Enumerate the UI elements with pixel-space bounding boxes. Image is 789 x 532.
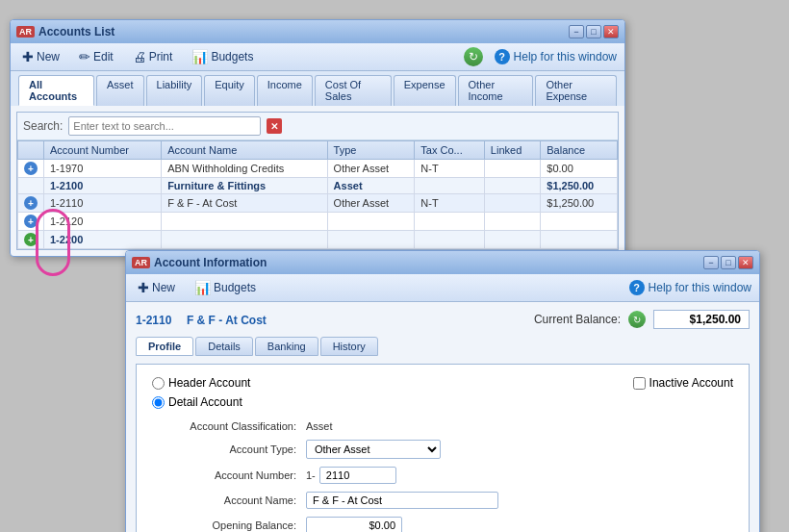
search-input[interactable]: [68, 116, 261, 136]
maximize-button-info[interactable]: □: [721, 256, 736, 269]
row-expand-icon[interactable]: +: [24, 215, 38, 228]
table-row[interactable]: 1-2100 Furniture & Fittings Asset $1,250…: [18, 178, 618, 194]
account-name-input[interactable]: [306, 492, 498, 509]
budgets-button-info[interactable]: 📊 Budgets: [191, 278, 260, 297]
name-label: Account Name:: [152, 494, 306, 506]
account-header-row: 1-2110 F & F - At Cost Current Balance: …: [136, 310, 750, 329]
detail-account-radio[interactable]: Detail Account: [152, 395, 242, 409]
account-balance-cell: [541, 231, 618, 249]
account-balance-cell: $1,250.00: [541, 178, 618, 194]
tab-details[interactable]: Details: [195, 337, 253, 356]
row-expand-icon[interactable]: +: [24, 233, 38, 246]
account-balance-cell: $0.00: [541, 160, 618, 178]
type-row: Account Type: Other Asset Bank Credit Ca…: [152, 440, 733, 459]
account-number-cell: 1-2110: [44, 194, 162, 213]
balance-refresh-button[interactable]: ↻: [628, 311, 646, 328]
tab-cost-of-sales[interactable]: Cost Of Sales: [315, 75, 392, 106]
name-row: Account Name:: [152, 492, 733, 509]
account-balance-cell: [541, 213, 618, 231]
print-button[interactable]: 🖨 Print: [129, 47, 177, 66]
clear-search-button[interactable]: ✕: [267, 118, 282, 134]
tab-other-expense[interactable]: Other Expense: [535, 75, 617, 106]
type-label: Account Type:: [152, 443, 306, 455]
account-number-cell: 1-2200: [44, 231, 162, 249]
account-taxcode-cell: N-T: [415, 194, 485, 213]
table-row[interactable]: + 1-2200: [18, 231, 618, 249]
inactive-account-checkbox-row[interactable]: Inactive Account: [633, 376, 733, 390]
account-number-cell: 1-1970: [44, 160, 162, 178]
account-linked-cell: [484, 160, 540, 178]
budgets-button[interactable]: 📊 Budgets: [188, 47, 257, 66]
account-taxcode-cell: [415, 213, 485, 231]
close-button[interactable]: ✕: [603, 25, 619, 38]
table-row[interactable]: + 1-1970 ABN Withholding Credits Other A…: [18, 160, 618, 178]
col-linked[interactable]: Linked: [484, 141, 540, 160]
new-button-info[interactable]: ✚ New: [134, 278, 179, 297]
tab-liability[interactable]: Liability: [146, 75, 203, 106]
tab-income[interactable]: Income: [257, 75, 313, 106]
number-label: Account Number:: [152, 469, 306, 481]
col-account-name[interactable]: Account Name: [162, 141, 327, 160]
tab-profile[interactable]: Profile: [136, 337, 193, 356]
account-info-title: AR Account Information: [132, 256, 267, 269]
col-type[interactable]: Type: [327, 141, 415, 160]
accounts-list-window: AR Accounts List − □ ✕ ✚ New ✏ Edit 🖨 Pr…: [10, 19, 625, 257]
account-name-cell: [162, 231, 327, 249]
search-label: Search:: [23, 119, 63, 133]
tab-other-income[interactable]: Other Income: [458, 75, 534, 106]
tab-history[interactable]: History: [320, 337, 378, 356]
table-row-selected[interactable]: + 1-2110 F & F - At Cost Other Asset N-T…: [18, 194, 618, 213]
detail-radio-input[interactable]: [152, 396, 165, 409]
account-name-cell: F & F - At Cost: [162, 194, 327, 213]
account-taxcode-cell: [415, 231, 485, 249]
tab-banking[interactable]: Banking: [255, 337, 318, 356]
maximize-button[interactable]: □: [586, 25, 601, 38]
account-number-cell: 1-2120: [44, 213, 162, 231]
form-fields: Account Classification: Asset Account Ty…: [152, 420, 733, 532]
tab-all-accounts[interactable]: All Accounts: [18, 75, 94, 106]
header-account-radio[interactable]: Header Account: [152, 376, 250, 390]
minimize-button[interactable]: −: [569, 25, 584, 38]
number-prefix: 1-: [306, 469, 316, 481]
classification-label: Account Classification:: [152, 420, 306, 432]
account-taxcode-cell: N-T: [415, 160, 485, 178]
minimize-button-info[interactable]: −: [703, 256, 719, 269]
account-linked-cell: [484, 178, 540, 194]
budgets-icon: 📊: [191, 49, 208, 64]
account-type-select[interactable]: Other Asset Bank Credit Card Other Curre…: [306, 440, 441, 459]
account-linked-cell: [484, 194, 540, 213]
help-button-info[interactable]: ? Help for this window: [629, 280, 751, 295]
col-tax-code[interactable]: Tax Co...: [415, 141, 485, 160]
account-linked-cell: [484, 213, 540, 231]
row-expand-icon[interactable]: +: [24, 162, 38, 175]
refresh-button[interactable]: ↻: [464, 47, 483, 66]
balance-row: Current Balance: ↻ $1,250.00: [534, 310, 750, 329]
opening-balance-input[interactable]: [306, 517, 402, 532]
help-button[interactable]: ? Help for this window: [495, 49, 617, 64]
close-button-info[interactable]: ✕: [738, 256, 753, 269]
row-expand-icon[interactable]: +: [24, 196, 38, 210]
account-linked-cell: [484, 231, 540, 249]
window-controls-info: − □ ✕: [703, 256, 753, 269]
new-icon-info: ✚: [138, 280, 149, 295]
table-row[interactable]: + 1-2120: [18, 213, 618, 231]
header-radio-input[interactable]: [152, 377, 165, 390]
account-type-cell: Other Asset: [327, 194, 415, 213]
col-account-number[interactable]: Account Number: [44, 141, 162, 160]
new-icon: ✚: [22, 49, 34, 64]
account-balance-cell: $1,250.00: [541, 194, 618, 213]
tab-asset[interactable]: Asset: [96, 75, 144, 106]
account-number-input[interactable]: [319, 467, 396, 484]
search-row: Search: ✕: [17, 113, 618, 140]
account-name-cell: ABN Withholding Credits: [162, 160, 327, 178]
col-balance[interactable]: Balance: [541, 141, 618, 160]
inactive-checkbox[interactable]: [633, 377, 646, 390]
account-info-toolbar: ✚ New 📊 Budgets ? Help for this window: [126, 274, 759, 302]
tab-expense[interactable]: Expense: [394, 75, 456, 106]
new-button[interactable]: ✚ New: [18, 47, 64, 66]
opening-balance-row: Opening Balance:: [152, 517, 733, 532]
detail-account-radio-row: Detail Account: [152, 395, 733, 409]
window-controls: − □ ✕: [569, 25, 619, 38]
edit-button[interactable]: ✏ Edit: [75, 47, 117, 66]
tab-equity[interactable]: Equity: [204, 75, 255, 106]
